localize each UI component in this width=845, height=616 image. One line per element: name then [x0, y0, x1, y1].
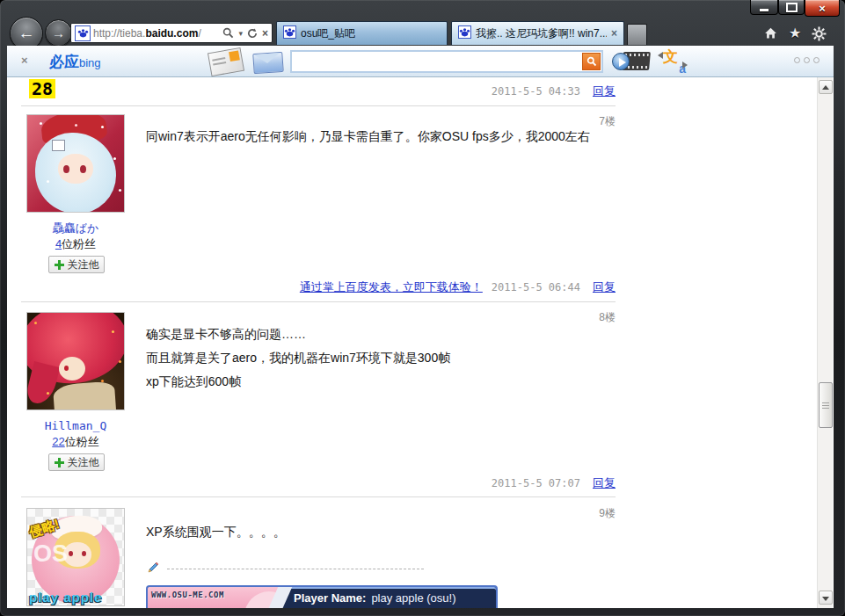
toolbar-search-input[interactable]	[292, 55, 582, 69]
signature-banner: WWW.OSU-ME.COM Player Name: play apple (…	[146, 585, 498, 608]
tab-osu-bar[interactable]: osu吧_贴吧	[276, 21, 448, 45]
post-content: 同win7表示开aero无任何影响，乃显卡需自重了。你家OSU fps多少，我2…	[146, 129, 590, 145]
scroll-up-button[interactable]	[819, 80, 833, 94]
post-content: XP系统围观一下。。。。	[146, 525, 286, 540]
video-icon[interactable]	[612, 50, 652, 73]
plus-icon	[55, 458, 64, 467]
post-footer: 2011-5-5 04:33回复	[21, 83, 616, 99]
mail-icon[interactable]	[252, 52, 284, 74]
avatar-art	[59, 357, 85, 380]
new-tab-button[interactable]	[627, 24, 647, 45]
signature-divider	[167, 569, 424, 569]
stop-icon[interactable]: ×	[262, 27, 268, 40]
play-icon	[612, 53, 630, 70]
fans-count: 4位粉丝	[26, 236, 125, 252]
avatar-art	[64, 366, 69, 371]
post-footer: 2011-5-5 07:07回复	[21, 475, 616, 491]
author-link[interactable]: 驫麤ばか	[26, 221, 125, 236]
fans-suffix: 位粉丝	[62, 237, 96, 250]
settings-gear-icon[interactable]	[812, 26, 827, 41]
post-content: 确实是显卡不够高的问题……	[146, 327, 306, 343]
maximize-icon	[786, 3, 798, 12]
signature-player-label: Player Name:	[294, 591, 366, 605]
avatar[interactable]	[26, 114, 125, 213]
scrollbar-thumb[interactable]	[819, 382, 833, 428]
post-time: 2011-5-5 07:07	[492, 477, 580, 489]
address-dropdown-icon[interactable]: ▾	[238, 29, 243, 38]
thread-page: 28 2011-5-5 04:33回复 7楼 驫麤ばか 4位粉丝	[7, 77, 834, 608]
avatar[interactable]	[26, 312, 125, 410]
tab-label: 我擦.. 这尼玛坑爹啊!! win7...	[476, 26, 607, 41]
fans-suffix: 位粉丝	[65, 435, 99, 448]
browser-window: × ← → http://tieba.baidu.com/ ▾ × osu吧_贴…	[0, 0, 845, 616]
reply-link[interactable]: 回复	[593, 476, 616, 489]
reply-link[interactable]: 回复	[593, 280, 616, 294]
pencil-icon	[146, 561, 159, 574]
post-divider	[21, 496, 616, 497]
bing-logo[interactable]: 必应bing	[49, 52, 101, 72]
tab-close-icon[interactable]: ×	[611, 27, 617, 40]
vertical-scrollbar[interactable]	[817, 77, 833, 608]
toolbar-search-box	[290, 50, 603, 73]
follow-label: 关注他	[68, 257, 99, 272]
window-caption-buttons: ×	[750, 0, 840, 17]
search-icon[interactable]	[222, 27, 234, 39]
address-bar[interactable]: http://tieba.baidu.com/ ▾ ×	[70, 23, 273, 43]
avatar-art	[40, 122, 42, 125]
refresh-icon[interactable]	[247, 28, 258, 39]
avatar-art	[69, 551, 73, 556]
page-viewport: 28 2011-5-5 04:33回复 7楼 驫麤ばか 4位粉丝	[7, 77, 834, 608]
overflow-menu-icon[interactable]	[794, 57, 820, 63]
bing-logo-en: bing	[79, 56, 101, 69]
post-time: 2011-5-5 06:44	[492, 281, 580, 294]
minimize-icon	[760, 9, 769, 11]
avatar-text: play apple	[29, 590, 102, 605]
mobile-post-link[interactable]: 通过掌上百度发表，立即下载体验！	[300, 280, 483, 294]
home-icon[interactable]	[763, 26, 778, 40]
tab-label: osu吧_贴吧	[301, 26, 355, 41]
avatar-art	[80, 165, 86, 173]
avatar-art	[82, 551, 86, 556]
signature-player-name: play apple (osu!)	[371, 591, 455, 605]
translate-arrow-icon	[682, 62, 688, 69]
translate-icon[interactable]: 文 a	[658, 49, 688, 74]
chrome-icon-group: ★	[763, 25, 827, 42]
bing-logo-cn: 必应	[49, 54, 79, 70]
tab-current-thread[interactable]: 我擦.. 这尼玛坑爹啊!! win7... ×	[451, 21, 624, 45]
avatar-text: OS	[33, 540, 68, 568]
back-arrow-icon: ←	[18, 24, 35, 43]
post-time: 2011-5-5 04:33	[492, 85, 580, 98]
magnifier-icon	[586, 56, 597, 67]
signature-banner-right: Player Name: play apple (osu!)	[280, 587, 496, 608]
close-button[interactable]: ×	[805, 0, 840, 17]
fans-count: 22位粉丝	[26, 434, 125, 450]
minimize-button[interactable]	[750, 0, 778, 15]
follow-button[interactable]: 关注他	[48, 453, 105, 471]
avatar-art	[34, 322, 37, 324]
news-icon[interactable]	[208, 47, 244, 76]
maximize-button[interactable]	[778, 0, 805, 15]
post-footer: 通过掌上百度发表，立即下载体验！2011-5-5 06:44回复	[21, 279, 616, 295]
follow-button[interactable]: 关注他	[48, 256, 105, 273]
signature-site-text: WWW.OSU-ME.COM	[151, 591, 224, 599]
signature-banner-left: WWW.OSU-ME.COM	[148, 587, 280, 608]
avatar[interactable]: 侵略! OS play apple	[26, 508, 125, 606]
avatar-art	[52, 140, 65, 151]
post-content: xp下能达到600帧	[146, 374, 241, 390]
post-divider	[21, 105, 616, 106]
favorites-star-icon[interactable]: ★	[789, 26, 801, 40]
toolbar-search-button[interactable]	[582, 53, 601, 70]
forward-arrow-icon: →	[52, 25, 65, 40]
toolbar-close-icon[interactable]: ×	[21, 54, 28, 67]
reply-link[interactable]: 回复	[593, 84, 616, 98]
translate-cn-glyph: 文	[663, 47, 678, 67]
bing-toolbar: × 必应bing 文 a	[7, 46, 834, 77]
author-link[interactable]: Hillman_Q	[26, 419, 125, 432]
fans-count-link[interactable]: 22	[52, 435, 64, 448]
scroll-down-button[interactable]	[819, 591, 833, 605]
plus-icon	[55, 260, 64, 270]
tab-favicon	[458, 25, 471, 41]
post-divider	[21, 301, 616, 302]
forward-button[interactable]: →	[45, 19, 72, 47]
url-text: http://tieba.baidu.com/	[93, 27, 220, 40]
